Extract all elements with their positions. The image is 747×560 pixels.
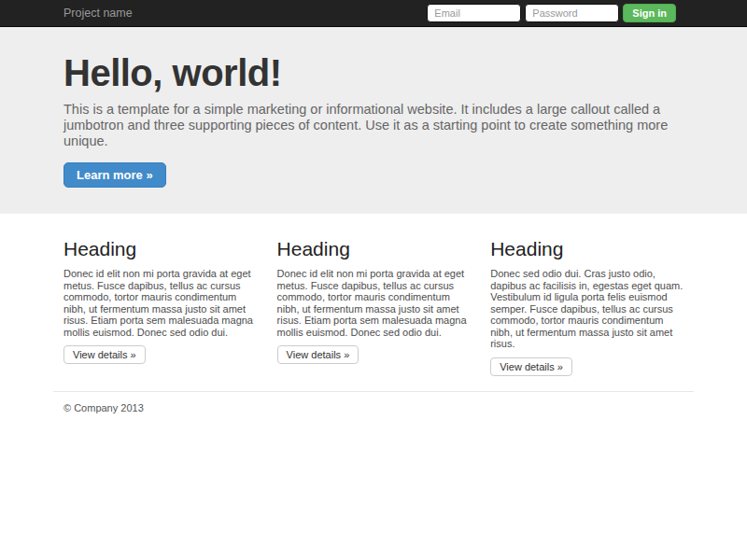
column-body: Donec id elit non mi porta gravida at eg… bbox=[63, 268, 257, 338]
column-body: Donec id elit non mi porta gravida at eg… bbox=[277, 268, 471, 338]
page-title: Hello, world! bbox=[63, 53, 684, 92]
jumbotron: Hello, world! This is a template for a s… bbox=[0, 27, 747, 214]
column-heading: Heading bbox=[277, 238, 471, 260]
password-field[interactable] bbox=[525, 4, 619, 22]
navbar: Project name Sign in bbox=[0, 0, 747, 27]
column-body: Donec sed odio dui. Cras justo odio, dap… bbox=[490, 268, 684, 350]
copyright-text: © Company 2013 bbox=[53, 402, 694, 413]
view-details-button-2[interactable]: View details » bbox=[277, 345, 359, 364]
footer: © Company 2013 bbox=[53, 391, 694, 413]
column-heading: Heading bbox=[490, 238, 684, 260]
view-details-button-3[interactable]: View details » bbox=[490, 357, 572, 376]
marketing-column-3: Heading Donec sed odio dui. Cras justo o… bbox=[480, 238, 694, 376]
view-details-button-1[interactable]: View details » bbox=[63, 345, 146, 364]
signin-form: Sign in bbox=[427, 4, 676, 22]
marketing-column-2: Heading Donec id elit non mi porta gravi… bbox=[267, 238, 481, 376]
footer-divider bbox=[53, 391, 694, 392]
signin-button[interactable]: Sign in bbox=[623, 4, 676, 22]
learn-more-button[interactable]: Learn more » bbox=[63, 162, 166, 188]
jumbotron-lead: This is a template for a simple marketin… bbox=[63, 102, 684, 149]
email-field[interactable] bbox=[427, 4, 521, 22]
brand-link[interactable]: Project name bbox=[63, 7, 133, 20]
marketing-columns: Heading Donec id elit non mi porta gravi… bbox=[53, 238, 694, 376]
column-heading: Heading bbox=[63, 238, 257, 260]
marketing-column-1: Heading Donec id elit non mi porta gravi… bbox=[53, 238, 267, 376]
